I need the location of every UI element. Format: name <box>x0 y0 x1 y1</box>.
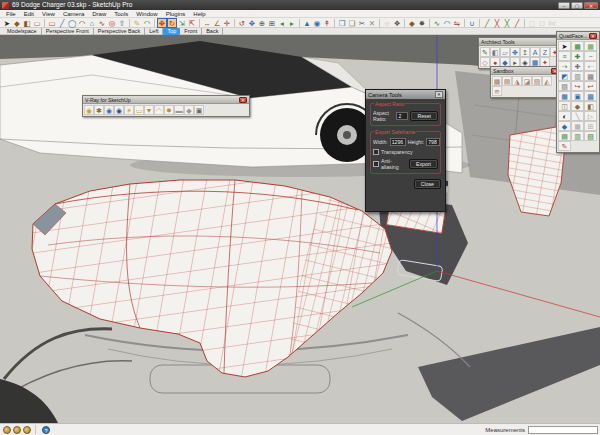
next-view-tool[interactable]: ▸ <box>287 18 297 28</box>
status-coin-icon-3[interactable] <box>23 426 31 434</box>
sandbox-smoove-icon[interactable]: ◮ <box>512 76 522 86</box>
height-input[interactable] <box>426 138 440 146</box>
scale-tool[interactable]: ⇲ <box>177 18 187 28</box>
menu-window[interactable]: Window <box>132 10 161 18</box>
menu-edit[interactable]: Edit <box>20 10 38 18</box>
sandbox-from-scratch-icon[interactable]: ▤ <box>502 76 512 86</box>
explode-tool[interactable]: ✸ <box>417 18 427 28</box>
maximize-button[interactable]: ▢ <box>571 2 583 9</box>
freehand-tool[interactable]: ∿ <box>97 18 107 28</box>
qf-uv-copy-tool[interactable]: ▣ <box>571 91 584 101</box>
bezier-pencil-tool[interactable]: ✎ <box>132 18 142 28</box>
menu-help[interactable]: Help <box>189 10 209 18</box>
status-coin-icon-2[interactable] <box>13 426 21 434</box>
select-loop-tool[interactable]: ◌ <box>382 18 392 28</box>
qf-connect-tool[interactable]: ◩ <box>558 71 571 81</box>
close-button[interactable]: ✕ <box>584 2 598 9</box>
qf-split-tool[interactable]: ▥ <box>571 71 584 81</box>
select-tool[interactable]: ➤ <box>2 18 12 28</box>
qf-uv-paste-tool[interactable]: ▩ <box>584 91 597 101</box>
measurements-input[interactable] <box>528 426 598 434</box>
arch-move-icon[interactable]: ✥ <box>510 47 520 57</box>
camera-tools-titlebar[interactable]: Camera Tools ✕ <box>366 90 445 99</box>
qf-blue-gem-tool[interactable]: ◆ <box>558 121 571 131</box>
arch-letter-a-icon[interactable]: A <box>530 47 540 57</box>
arch-draw-icon[interactable]: ✎ <box>480 47 490 57</box>
architect-tools-titlebar[interactable]: Architect Tools ✕ <box>479 38 567 46</box>
fit-view-tool[interactable]: ⋈ <box>547 18 557 28</box>
previous-view-tool[interactable]: ◂ <box>277 18 287 28</box>
paint-bucket-tool[interactable]: ◧ <box>22 18 32 28</box>
vray-material-editor-icon[interactable]: ◉ <box>104 105 114 115</box>
qf-edge-loop-tool[interactable]: ≡ <box>558 51 571 61</box>
arch-section-icon[interactable]: ▱ <box>500 47 510 57</box>
stretch-tool[interactable]: ⇱ <box>187 18 197 28</box>
qf-quadify-tool[interactable]: ▦ <box>571 41 584 51</box>
rectangle-tool[interactable]: ▭ <box>47 18 57 28</box>
qf-flip-edge-tool[interactable]: ↪ <box>571 81 584 91</box>
vray-options-icon[interactable]: ✱ <box>94 105 104 115</box>
tab-modelspace[interactable]: Modelspace <box>3 28 42 35</box>
copy-tool[interactable]: ❐ <box>337 18 347 28</box>
qf-unquadify-tool[interactable]: ▦ <box>584 41 597 51</box>
qf-mirror-tool[interactable]: ◐ <box>558 111 571 121</box>
move-tool[interactable]: ✥ <box>157 18 167 28</box>
fredo-scale-tool-2[interactable]: ╳ <box>492 18 502 28</box>
sandbox-drape-icon[interactable]: ▧ <box>532 76 542 86</box>
menu-camera[interactable]: Camera <box>59 10 88 18</box>
status-coin-icon-1[interactable] <box>3 426 11 434</box>
antialiasing-checkbox[interactable] <box>373 161 379 167</box>
vray-rectangle-light-icon[interactable]: ▭ <box>134 105 144 115</box>
vray-proxy-icon[interactable]: ◆ <box>184 105 194 115</box>
qf-deform-tool[interactable]: ◆ <box>571 101 584 111</box>
vray-infinite-plane-icon[interactable]: ▬ <box>174 105 184 115</box>
walk-tool[interactable]: ↟ <box>322 18 332 28</box>
qf-grid-b-tool[interactable]: ⊞ <box>584 121 597 131</box>
qf-draw-tool[interactable]: ✎ <box>558 141 571 151</box>
component-browser-tool[interactable]: ◆ <box>407 18 417 28</box>
pan-tool[interactable]: ✥ <box>247 18 257 28</box>
sandbox-from-contours-icon[interactable]: ▦ <box>492 76 502 86</box>
orbit-tool[interactable]: ↺ <box>237 18 247 28</box>
qf-mesh-b-tool[interactable]: ▥ <box>571 131 584 141</box>
arch-diamond-icon[interactable]: ◇ <box>480 57 490 67</box>
vray-ies-light-icon[interactable]: ✸ <box>164 105 174 115</box>
vray-spot-light-icon[interactable]: ▼ <box>144 105 154 115</box>
tab-front[interactable]: Front <box>180 28 202 35</box>
arc-tool[interactable]: ◠ <box>77 18 87 28</box>
tab-left[interactable]: Left <box>145 28 163 35</box>
sandbox-stamp-icon[interactable]: ◪ <box>522 76 532 86</box>
transparency-checkbox[interactable] <box>373 149 379 155</box>
qf-sculpt-tool[interactable]: ◫ <box>558 101 571 111</box>
zoom-window-tool[interactable]: ⊞ <box>267 18 277 28</box>
select-ring-tool[interactable]: ❖ <box>392 18 402 28</box>
fredo-scale-tool-4[interactable]: ╱ <box>512 18 522 28</box>
tab-back[interactable]: Back <box>202 28 223 35</box>
render-region-tool[interactable]: ◻ <box>527 18 537 28</box>
qf-rotate-edge-tool[interactable]: ↩ <box>584 81 597 91</box>
vray-toolbar-titlebar[interactable]: V-Ray for SketchUp ✕ <box>83 96 249 104</box>
arch-lift-icon[interactable]: ↥ <box>520 47 530 57</box>
qf-subdivide-tool[interactable]: ◧ <box>584 101 597 111</box>
line-tool[interactable]: ╱ <box>57 18 67 28</box>
vray-render-icon[interactable]: ◉ <box>84 105 94 115</box>
weld-tool[interactable]: ∪ <box>467 18 477 28</box>
menu-view[interactable]: View <box>38 10 59 18</box>
soften-edges-tool[interactable]: ◠ <box>442 18 452 28</box>
sandbox-add-detail-icon[interactable]: ◭ <box>542 76 552 86</box>
qf-triangulate-tool[interactable]: ▩ <box>584 71 597 81</box>
aspect-ratio-input[interactable] <box>396 112 408 120</box>
qf-mesh-c-tool[interactable]: ▧ <box>584 131 597 141</box>
qf-line-tool[interactable]: ╲ <box>571 111 584 121</box>
tab-perspective-back[interactable]: Perspective Back <box>94 28 146 35</box>
tab-perspective-front[interactable]: Perspective Front <box>42 28 94 35</box>
vray-close-icon[interactable]: ✕ <box>239 97 247 103</box>
qf-select-tool[interactable]: ➤ <box>558 41 571 51</box>
arch-ortho-icon[interactable]: ◧ <box>490 47 500 57</box>
circle-tool[interactable]: ◯ <box>67 18 77 28</box>
make-component-tool[interactable]: ◆ <box>12 18 22 28</box>
menu-tools[interactable]: Tools <box>110 10 132 18</box>
polygon-tool[interactable]: ⌂ <box>87 18 97 28</box>
delete-tool[interactable]: ✕ <box>367 18 377 28</box>
rotate-tool[interactable]: ↻ <box>167 18 177 28</box>
